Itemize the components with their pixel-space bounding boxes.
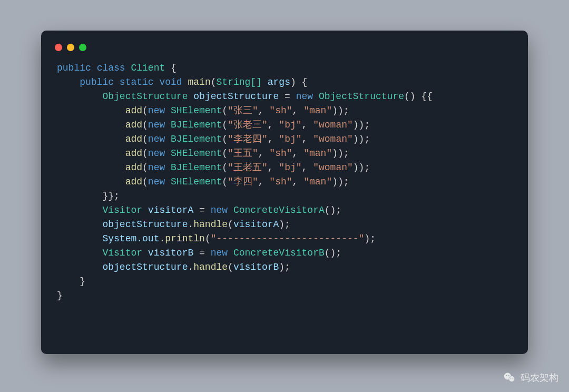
minimize-icon[interactable] [67,44,74,51]
svg-point-4 [508,375,509,376]
svg-point-2 [509,376,514,381]
svg-point-3 [506,375,507,376]
code-block: public class Client { public static void… [41,54,528,319]
close-icon[interactable] [55,44,62,51]
class-name: Client [131,63,165,73]
watermark: 码农架构 [503,371,558,385]
zoom-icon[interactable] [79,44,86,51]
kw-class: class [97,63,125,73]
watermark-text: 码农架构 [521,371,558,384]
window-controls [41,31,528,54]
svg-point-6 [512,378,513,379]
kw-public: public [57,63,91,73]
svg-point-5 [511,378,512,379]
code-window: public class Client { public static void… [41,31,528,354]
wechat-icon [503,371,516,385]
method-name: main [188,77,211,87]
